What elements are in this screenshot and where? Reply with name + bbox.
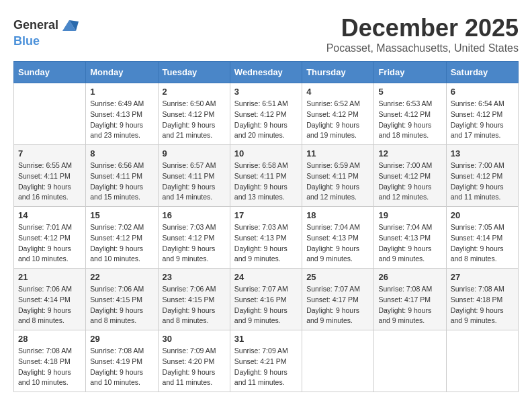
day-info: Sunrise: 7:04 AMSunset: 4:13 PMDaylight:… [306,222,369,265]
day-number: 10 [234,148,298,158]
day-info: Sunrise: 6:51 AMSunset: 4:12 PMDaylight:… [234,99,298,141]
calendar-body: 1Sunrise: 6:49 AMSunset: 4:13 PMDaylight… [14,83,519,392]
day-cell [14,83,86,145]
header-cell-saturday: Saturday [446,62,518,83]
day-info: Sunrise: 6:52 AMSunset: 4:12 PMDaylight:… [306,99,369,141]
day-number: 28 [18,334,81,344]
day-number: 24 [234,272,298,282]
calendar-header-row: SundayMondayTuesdayWednesdayThursdayFrid… [14,62,519,83]
day-cell [446,330,518,392]
day-info: Sunrise: 7:08 AMSunset: 4:18 PMDaylight:… [451,284,514,326]
day-cell: 15Sunrise: 7:02 AMSunset: 4:12 PMDayligh… [86,207,158,269]
header-cell-sunday: Sunday [14,62,86,83]
day-number: 14 [18,210,81,220]
header-cell-monday: Monday [86,62,158,83]
day-cell: 5Sunrise: 6:53 AMSunset: 4:12 PMDaylight… [374,83,446,145]
day-info: Sunrise: 7:00 AMSunset: 4:12 PMDaylight:… [451,161,514,203]
day-cell: 20Sunrise: 7:05 AMSunset: 4:14 PMDayligh… [446,207,518,269]
day-info: Sunrise: 6:57 AMSunset: 4:11 PMDaylight:… [163,161,226,203]
day-cell: 4Sunrise: 6:52 AMSunset: 4:12 PMDaylight… [302,83,374,145]
location-title: Pocasset, Massachusetts, United States [326,42,519,54]
day-number: 1 [90,87,153,97]
day-info: Sunrise: 7:05 AMSunset: 4:14 PMDaylight:… [451,222,514,265]
day-info: Sunrise: 7:03 AMSunset: 4:12 PMDaylight:… [163,222,226,265]
day-cell: 10Sunrise: 6:58 AMSunset: 4:11 PMDayligh… [230,145,302,207]
day-cell: 2Sunrise: 6:50 AMSunset: 4:12 PMDaylight… [158,83,230,145]
day-info: Sunrise: 7:08 AMSunset: 4:18 PMDaylight:… [18,346,81,388]
day-info: Sunrise: 7:02 AMSunset: 4:12 PMDaylight:… [90,222,153,265]
day-number: 30 [163,334,226,344]
day-number: 2 [163,87,226,97]
day-info: Sunrise: 7:09 AMSunset: 4:21 PMDaylight:… [234,346,298,388]
day-info: Sunrise: 7:07 AMSunset: 4:16 PMDaylight:… [234,284,298,326]
day-info: Sunrise: 7:08 AMSunset: 4:19 PMDaylight:… [90,346,153,388]
header-cell-tuesday: Tuesday [158,62,230,83]
day-cell: 22Sunrise: 7:06 AMSunset: 4:15 PMDayligh… [86,269,158,330]
day-info: Sunrise: 6:56 AMSunset: 4:11 PMDaylight:… [90,161,153,203]
day-number: 13 [451,148,514,158]
day-info: Sunrise: 6:58 AMSunset: 4:11 PMDaylight:… [234,161,298,203]
day-number: 15 [90,210,153,220]
day-info: Sunrise: 6:54 AMSunset: 4:12 PMDaylight:… [451,99,514,141]
day-cell: 19Sunrise: 7:04 AMSunset: 4:13 PMDayligh… [374,207,446,269]
day-info: Sunrise: 7:07 AMSunset: 4:17 PMDaylight:… [306,284,369,326]
day-cell: 27Sunrise: 7:08 AMSunset: 4:18 PMDayligh… [446,269,518,330]
logo: General Blue [13,16,79,48]
day-info: Sunrise: 7:04 AMSunset: 4:13 PMDaylight:… [378,222,441,265]
day-cell: 13Sunrise: 7:00 AMSunset: 4:12 PMDayligh… [446,145,518,207]
day-cell: 11Sunrise: 6:59 AMSunset: 4:11 PMDayligh… [302,145,374,207]
day-cell: 21Sunrise: 7:06 AMSunset: 4:14 PMDayligh… [14,269,86,330]
day-cell: 28Sunrise: 7:08 AMSunset: 4:18 PMDayligh… [14,330,86,392]
day-cell: 25Sunrise: 7:07 AMSunset: 4:17 PMDayligh… [302,269,374,330]
day-number: 23 [163,272,226,282]
day-cell: 8Sunrise: 6:56 AMSunset: 4:11 PMDaylight… [86,145,158,207]
page-header: General Blue December 2025 Pocasset, Mas… [13,13,519,54]
day-info: Sunrise: 6:59 AMSunset: 4:11 PMDaylight:… [306,161,369,203]
week-row-4: 21Sunrise: 7:06 AMSunset: 4:14 PMDayligh… [14,269,519,330]
day-number: 16 [163,210,226,220]
day-info: Sunrise: 7:06 AMSunset: 4:14 PMDaylight:… [18,284,81,326]
day-info: Sunrise: 7:08 AMSunset: 4:17 PMDaylight:… [378,284,441,326]
day-number: 21 [18,272,81,282]
day-info: Sunrise: 7:06 AMSunset: 4:15 PMDaylight:… [90,284,153,326]
month-title: December 2025 [326,13,519,42]
day-info: Sunrise: 6:50 AMSunset: 4:12 PMDaylight:… [163,99,226,141]
day-info: Sunrise: 7:00 AMSunset: 4:12 PMDaylight:… [378,161,441,203]
day-cell: 29Sunrise: 7:08 AMSunset: 4:19 PMDayligh… [86,330,158,392]
day-cell: 9Sunrise: 6:57 AMSunset: 4:11 PMDaylight… [158,145,230,207]
day-info: Sunrise: 6:49 AMSunset: 4:13 PMDaylight:… [90,99,153,141]
day-cell [302,330,374,392]
day-number: 9 [163,148,226,158]
day-number: 29 [90,334,153,344]
day-info: Sunrise: 7:09 AMSunset: 4:20 PMDaylight:… [163,346,226,388]
day-cell [374,330,446,392]
week-row-3: 14Sunrise: 7:01 AMSunset: 4:12 PMDayligh… [14,207,519,269]
day-cell: 6Sunrise: 6:54 AMSunset: 4:12 PMDaylight… [446,83,518,145]
header-cell-wednesday: Wednesday [230,62,302,83]
day-cell: 31Sunrise: 7:09 AMSunset: 4:21 PMDayligh… [230,330,302,392]
day-info: Sunrise: 7:03 AMSunset: 4:13 PMDaylight:… [234,222,298,265]
day-cell: 17Sunrise: 7:03 AMSunset: 4:13 PMDayligh… [230,207,302,269]
week-row-2: 7Sunrise: 6:55 AMSunset: 4:11 PMDaylight… [14,145,519,207]
day-number: 4 [306,87,369,97]
header-cell-thursday: Thursday [302,62,374,83]
day-info: Sunrise: 7:01 AMSunset: 4:12 PMDaylight:… [18,222,81,265]
day-cell: 1Sunrise: 6:49 AMSunset: 4:13 PMDaylight… [86,83,158,145]
calendar-table: SundayMondayTuesdayWednesdayThursdayFrid… [13,61,519,392]
day-cell: 14Sunrise: 7:01 AMSunset: 4:12 PMDayligh… [14,207,86,269]
day-cell: 16Sunrise: 7:03 AMSunset: 4:12 PMDayligh… [158,207,230,269]
day-cell: 12Sunrise: 7:00 AMSunset: 4:12 PMDayligh… [374,145,446,207]
logo-text: General Blue [13,16,79,48]
day-cell: 23Sunrise: 7:06 AMSunset: 4:15 PMDayligh… [158,269,230,330]
header-cell-friday: Friday [374,62,446,83]
day-cell: 26Sunrise: 7:08 AMSunset: 4:17 PMDayligh… [374,269,446,330]
day-cell: 24Sunrise: 7:07 AMSunset: 4:16 PMDayligh… [230,269,302,330]
day-cell: 30Sunrise: 7:09 AMSunset: 4:20 PMDayligh… [158,330,230,392]
day-cell: 18Sunrise: 7:04 AMSunset: 4:13 PMDayligh… [302,207,374,269]
day-number: 19 [378,210,441,220]
week-row-5: 28Sunrise: 7:08 AMSunset: 4:18 PMDayligh… [14,330,519,392]
day-number: 22 [90,272,153,282]
day-number: 31 [234,334,298,344]
day-number: 7 [18,148,81,158]
day-number: 5 [378,87,441,97]
